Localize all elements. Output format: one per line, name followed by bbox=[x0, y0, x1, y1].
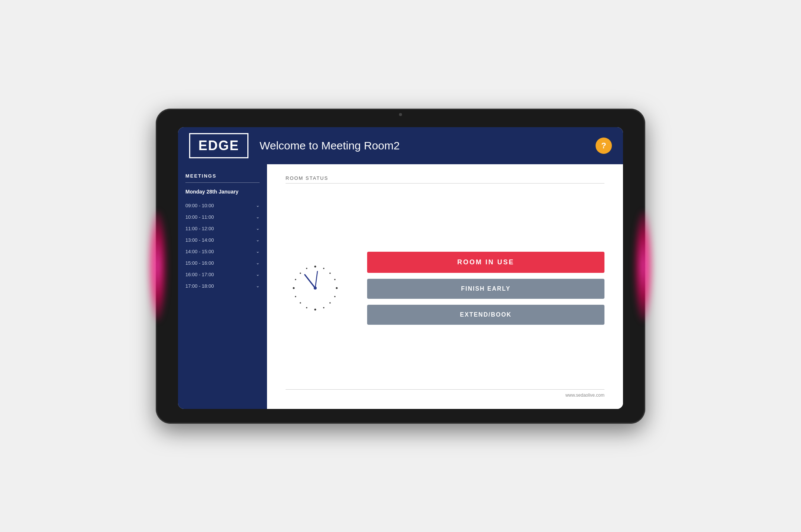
sidebar: MEETINGS Monday 28th January 09:00 - 10:… bbox=[178, 164, 267, 409]
welcome-message: Welcome to Meeting Room2 bbox=[260, 139, 596, 152]
right-panel: ROOM STATUS bbox=[267, 164, 623, 409]
svg-point-3 bbox=[336, 287, 338, 289]
room-status-label: ROOM STATUS bbox=[286, 175, 604, 181]
svg-point-13 bbox=[295, 279, 296, 280]
meeting-slot[interactable]: 10:00 - 11:00 ⌄ bbox=[185, 211, 260, 223]
logo-text: EDGE bbox=[198, 138, 239, 153]
glow-left bbox=[148, 211, 167, 322]
svg-point-14 bbox=[300, 272, 301, 274]
finish-early-button[interactable]: FINISH EARLY bbox=[367, 279, 604, 299]
tablet-shell: EDGE Welcome to Meeting Room2 ? MEETINGS… bbox=[156, 109, 645, 424]
meeting-date: Monday 28th January bbox=[185, 189, 260, 195]
logo-box: EDGE bbox=[189, 133, 248, 158]
svg-point-2 bbox=[293, 287, 295, 289]
svg-point-10 bbox=[306, 307, 307, 308]
svg-point-1 bbox=[314, 309, 316, 311]
chevron-down-icon: ⌄ bbox=[256, 214, 260, 219]
meeting-time: 15:00 - 16:00 bbox=[185, 260, 214, 266]
chevron-down-icon: ⌄ bbox=[256, 260, 260, 265]
chevron-down-icon: ⌄ bbox=[256, 237, 260, 242]
chevron-down-icon: ⌄ bbox=[256, 203, 260, 208]
meeting-time: 13:00 - 14:00 bbox=[185, 237, 214, 243]
header: EDGE Welcome to Meeting Room2 ? bbox=[178, 127, 623, 164]
svg-point-11 bbox=[300, 302, 301, 304]
svg-point-6 bbox=[334, 279, 336, 280]
sidebar-divider bbox=[185, 182, 260, 183]
meeting-slot[interactable]: 09:00 - 10:00 ⌄ bbox=[185, 200, 260, 211]
meeting-time: 11:00 - 12:00 bbox=[185, 226, 214, 231]
screen-bezel: EDGE Welcome to Meeting Room2 ? MEETINGS… bbox=[178, 127, 623, 409]
meeting-time: 09:00 - 10:00 bbox=[185, 203, 214, 208]
device-wrapper: EDGE Welcome to Meeting Room2 ? MEETINGS… bbox=[141, 99, 660, 433]
chevron-down-icon: ⌄ bbox=[256, 283, 260, 288]
meeting-slot[interactable]: 11:00 - 12:00 ⌄ bbox=[185, 223, 260, 234]
meeting-time: 16:00 - 17:00 bbox=[185, 272, 214, 277]
meeting-slot[interactable]: 17:00 - 18:00 ⌄ bbox=[185, 280, 260, 292]
svg-point-4 bbox=[323, 268, 324, 269]
status-buttons: ROOM IN USE FINISH EARLY EXTEND/BOOK bbox=[367, 252, 604, 325]
svg-line-16 bbox=[305, 275, 315, 288]
meeting-time: 10:00 - 11:00 bbox=[185, 214, 214, 220]
svg-point-8 bbox=[329, 302, 331, 304]
meeting-time: 17:00 - 18:00 bbox=[185, 283, 214, 289]
main-content: MEETINGS Monday 28th January 09:00 - 10:… bbox=[178, 164, 623, 409]
panel-divider-top bbox=[286, 183, 604, 184]
help-button[interactable]: ? bbox=[596, 138, 612, 154]
chevron-down-icon: ⌄ bbox=[256, 272, 260, 277]
extend-book-button[interactable]: EXTEND/BOOK bbox=[367, 305, 604, 325]
svg-point-5 bbox=[329, 272, 331, 274]
meeting-slot[interactable]: 16:00 - 17:00 ⌄ bbox=[185, 269, 260, 280]
meeting-slot[interactable]: 15:00 - 16:00 ⌄ bbox=[185, 257, 260, 269]
meeting-time: 14:00 - 15:00 bbox=[185, 249, 214, 254]
clock-container bbox=[286, 258, 345, 318]
meeting-slots-list: 09:00 - 10:00 ⌄ 10:00 - 11:00 ⌄ 11:00 - … bbox=[185, 200, 260, 292]
clock-svg bbox=[286, 258, 345, 318]
svg-point-0 bbox=[314, 266, 316, 268]
svg-point-12 bbox=[295, 296, 296, 297]
meeting-slot[interactable]: 13:00 - 14:00 ⌄ bbox=[185, 234, 260, 246]
footer-url: www.sedaolive.com bbox=[286, 393, 604, 398]
svg-line-17 bbox=[315, 271, 317, 288]
camera bbox=[399, 113, 402, 116]
panel-divider-bottom bbox=[286, 389, 604, 390]
glow-right bbox=[634, 211, 653, 322]
sidebar-title: MEETINGS bbox=[185, 173, 260, 179]
meeting-slot[interactable]: 14:00 - 15:00 ⌄ bbox=[185, 246, 260, 257]
chevron-down-icon: ⌄ bbox=[256, 249, 260, 254]
screen: EDGE Welcome to Meeting Room2 ? MEETINGS… bbox=[178, 127, 623, 409]
svg-point-9 bbox=[323, 307, 324, 308]
room-in-use-button[interactable]: ROOM IN USE bbox=[367, 252, 604, 273]
svg-point-18 bbox=[314, 287, 317, 290]
svg-point-15 bbox=[306, 268, 307, 269]
status-content: ROOM IN USE FINISH EARLY EXTEND/BOOK bbox=[286, 195, 604, 382]
chevron-down-icon: ⌄ bbox=[256, 226, 260, 231]
svg-point-7 bbox=[334, 296, 336, 297]
